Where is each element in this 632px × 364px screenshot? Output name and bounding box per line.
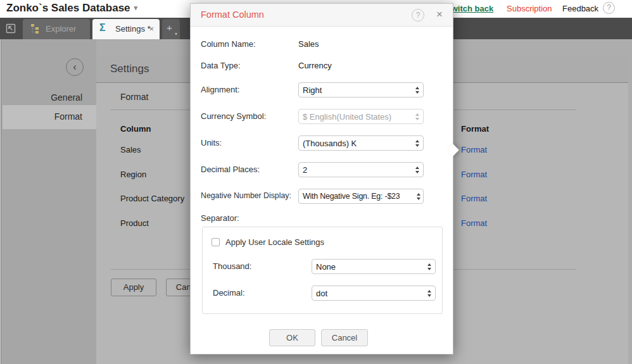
subscription-link[interactable]: Subscription [507,4,552,13]
data-type-value: Currency [298,61,332,70]
units-value: (Thousands) K [303,139,357,148]
currency-symbol-value: $ English(United States) [303,112,391,122]
dialog-help-icon[interactable]: ? [412,9,424,22]
units-select[interactable]: (Thousands) K [298,135,424,151]
column-name-value: Sales [298,39,319,49]
select-arrows-icon [415,140,419,147]
add-tab-button[interactable]: + ▾ [162,19,180,39]
header-help-icon[interactable]: ? [603,2,615,14]
thousand-select[interactable]: None [312,259,436,274]
add-tab-caret-icon: ▾ [175,31,177,37]
thousand-label: Thousand: [213,261,251,271]
ok-button[interactable]: OK [269,329,315,346]
select-arrows-icon [415,87,419,94]
plus-icon: + [167,22,172,33]
tab-settings[interactable]: Σ Settings * × [92,19,160,39]
negative-number-label: Negative Number Display: [201,191,291,200]
apply-user-locale-label: Apply User Locale Settings [225,237,324,247]
select-arrows-icon [417,193,420,200]
decimal-label: Decimal: [213,288,245,298]
separator-group: Apply User Locale Settings Thousand: Non… [202,227,443,314]
database-title[interactable]: Zonko`s Sales Database▾ [6,2,137,15]
alignment-select[interactable]: Right [298,82,424,97]
alignment-label: Alignment: [201,85,239,94]
select-arrows-icon [427,290,431,297]
tab-explorer[interactable]: Explorer [23,19,90,39]
dialog-close-icon[interactable]: × [436,8,443,21]
tab-close-icon[interactable]: × [149,24,154,34]
feedback-link[interactable]: Feedback [562,4,598,13]
sigma-icon: Σ [99,22,106,34]
decimal-places-label: Decimal Places: [201,165,260,174]
tab-explorer-label: Explorer [46,24,76,34]
column-name-label: Column Name: [201,39,256,49]
dialog-title: Format Column [201,9,264,20]
currency-symbol-label: Currency Symbol: [201,111,266,121]
dialog-cancel-button[interactable]: Cancel [321,329,368,346]
separator-label: Separator: [201,213,239,223]
decimal-places-value: 2 [303,165,307,175]
popout-icon[interactable] [4,22,17,35]
decimal-places-select[interactable]: 2 [298,162,424,177]
apply-user-locale-checkbox[interactable] [212,238,220,246]
select-arrows-icon [427,263,431,270]
units-label: Units: [201,138,222,147]
select-arrows-icon [415,166,419,173]
chevron-down-icon: ▾ [134,4,138,11]
thousand-value: None [316,262,336,272]
format-column-dialog: Format Column ? × Column Name: Sales Dat… [190,3,453,355]
negative-number-select[interactable]: With Negative Sign. Eg: -$23 [298,189,424,204]
app-window: Zonko`s Sales Database▾ Switch back Subs… [0,0,632,364]
explorer-tree-icon [30,23,41,34]
select-arrows-icon [415,113,419,120]
data-type-label: Data Type: [201,61,241,70]
dialog-header: Format Column ? × [191,4,453,27]
decimal-value: dot [316,289,327,298]
negative-number-value: With Negative Sign. Eg: -$23 [303,192,400,201]
database-title-text: Zonko`s Sales Database [6,2,130,14]
currency-symbol-select: $ English(United States) [298,109,424,124]
decimal-select[interactable]: dot [312,286,436,301]
alignment-value: Right [303,85,322,95]
tab-settings-label: Settings * [115,24,151,34]
